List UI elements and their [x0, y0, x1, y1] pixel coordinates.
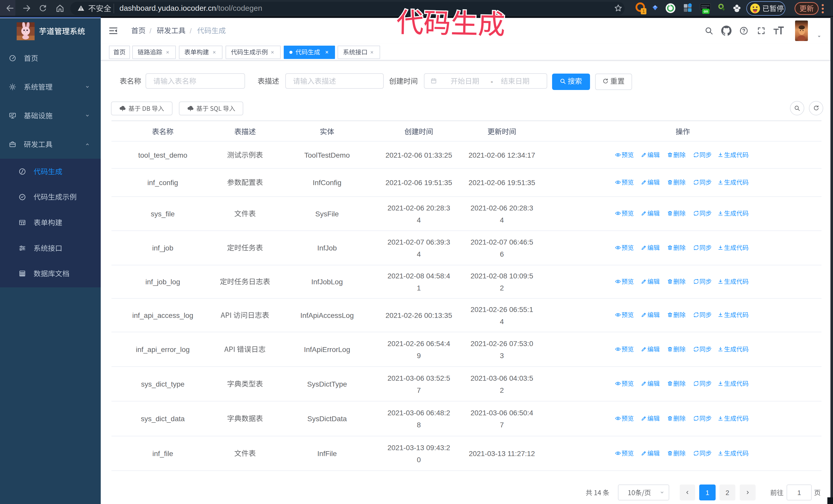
svg-text:on: on: [704, 9, 708, 13]
svg-text:1: 1: [642, 9, 645, 14]
